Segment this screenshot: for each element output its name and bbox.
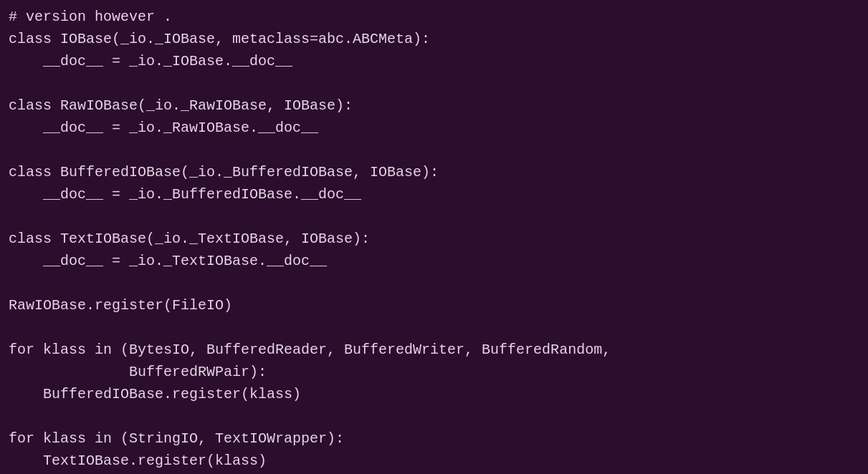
code-display: # version however . class IOBase(_io._IO… <box>9 6 859 474</box>
